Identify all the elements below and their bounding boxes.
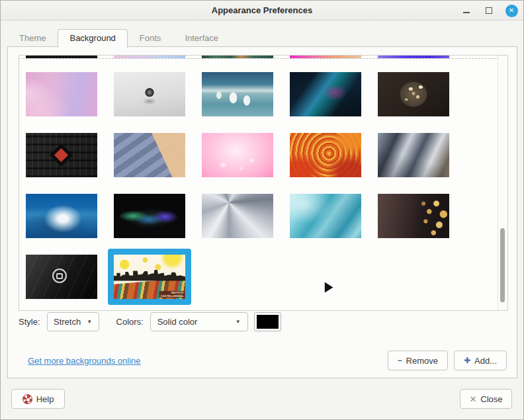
colors-dropdown[interactable]: Solid color ▼ [150,312,248,331]
close-window-icon: ✕ [505,5,518,17]
style-dropdown[interactable]: Stretch ▼ [47,312,99,331]
wallpaper-diagonal-stripes[interactable] [114,133,185,177]
remove-button[interactable]: − Remove [388,351,448,370]
close-button-label: Close [480,394,502,404]
wallpaper-black-blocks-red-diamond[interactable] [26,133,97,177]
wallpaper-gold-bokeh[interactable] [378,194,449,238]
tab-interface[interactable]: Interface [173,29,230,47]
wallpaper-black-blocks-red-diamond-image [26,133,97,177]
style-dropdown-value: Stretch [54,317,81,327]
colors-label: Colors: [116,317,144,327]
scroll-cut-line [19,58,497,59]
help-button[interactable]: Help [11,389,65,409]
wallpaper-mint-logo[interactable] [26,255,97,299]
help-button-label: Help [36,394,54,404]
wallpaper-pink-waves-image [26,72,97,116]
wallpaper-sliver-teal[interactable] [202,56,273,58]
wallpaper-flake-sphere[interactable] [378,72,449,116]
chevron-down-icon: ▼ [236,319,241,325]
add-button[interactable]: ✚ Add... [454,351,507,370]
style-label: Style: [19,317,40,327]
get-more-backgrounds-link[interactable]: Get more backgrounds online [28,356,141,366]
wallpaper-rose-folds[interactable] [202,194,273,238]
maximize-button[interactable] [482,4,496,17]
tab-fonts[interactable]: Fonts [128,29,173,47]
wallpaper-slivers-row [26,56,449,58]
wallpaper-sliver-magenta[interactable] [290,56,361,58]
wallpaper-gray-waves-image [378,133,449,177]
wallpaper-pink-waves[interactable] [26,72,97,116]
wallpaper-pink-glow-image [202,133,273,177]
close-window-button[interactable]: ✕ [505,4,518,17]
titlebar[interactable]: Appearance Preferences ✕ [1,1,523,21]
maximize-icon [486,7,492,14]
wallpaper-list[interactable]: INSTITUT CASTELLBISBAL [19,55,508,311]
background-tab-page: INSTITUT CASTELLBISBAL Style: Stretch ▼ … [7,46,517,378]
wallpaper-gold-bokeh-image [378,194,449,238]
tab-background[interactable]: Background [58,29,127,48]
wallpaper-rose-folds-image [202,194,273,238]
appearance-preferences-window: Appearance Preferences ✕ ThemeBackground… [0,0,524,420]
wallpaper-skyline-art[interactable]: INSTITUT CASTELLBISBAL [114,255,185,299]
wallpaper-silver-sphere-image [114,72,185,116]
wallpaper-teal-blocks[interactable] [202,72,273,116]
dialog-bottom-bar: Help ✕ Close [1,377,523,419]
plus-icon: ✚ [464,356,470,365]
wallpaper-gray-waves[interactable] [378,133,449,177]
wallpaper-ocean-wave[interactable] [26,194,97,238]
wallpaper-orange-swirl-image [290,133,361,177]
close-dialog-button[interactable]: ✕ Close [460,389,512,409]
wallpaper-sliver-blue[interactable] [378,56,449,58]
help-lifering-icon [22,394,32,404]
wallpaper-dark-sparkle[interactable] [290,72,361,116]
chevron-down-icon: ▼ [87,319,92,325]
wallpaper-orange-swirl[interactable] [290,133,361,177]
wallpaper-dark-ribbons[interactable] [114,194,185,238]
window-title: Appearance Preferences [1,1,523,21]
tab-bar: ThemeBackgroundFontsInterface [7,29,230,47]
wallpaper-silver-sphere[interactable] [114,72,185,116]
add-button-label: Add... [474,356,497,366]
minimize-button[interactable] [460,4,473,17]
wallpaper-pink-glow[interactable] [202,133,273,177]
wallpaper-teal-blur[interactable] [290,194,361,238]
wallpaper-grid: INSTITUT CASTELLBISBAL [26,72,449,299]
tab-theme[interactable]: Theme [7,29,58,47]
color-swatch-fill [257,315,279,329]
colors-dropdown-value: Solid color [157,317,198,327]
list-action-buttons: − Remove ✚ Add... [388,351,507,370]
wallpaper-dark-ribbons-image [114,194,185,238]
wallpaper-dark-sparkle-image [290,72,361,116]
style-controls-row: Style: Stretch ▼ Colors: Solid color ▼ [19,312,281,331]
wallpaper-sliver-black[interactable] [26,56,97,58]
color-swatch-button[interactable] [254,312,281,331]
wallpaper-teal-blocks-image [202,72,273,116]
minus-icon: − [398,356,402,365]
skyline-caption: INSTITUT CASTELLBISBAL [159,291,185,298]
scrollbar-thumb[interactable] [500,228,505,302]
minimize-icon [463,9,470,13]
wallpaper-flake-sphere-image [378,72,449,116]
scrollbar-track[interactable] [498,56,507,310]
wallpaper-mint-logo-image [26,255,97,299]
wallpaper-ocean-wave-image [26,194,97,238]
close-x-icon: ✕ [469,394,476,404]
window-controls: ✕ [460,1,518,21]
wallpaper-skyline-art-image: INSTITUT CASTELLBISBAL [114,255,185,299]
wallpaper-teal-blur-image [290,194,361,238]
remove-button-label: Remove [406,356,438,366]
wallpaper-sliver-pink[interactable] [114,56,185,58]
wallpaper-diagonal-stripes-image [114,133,185,177]
